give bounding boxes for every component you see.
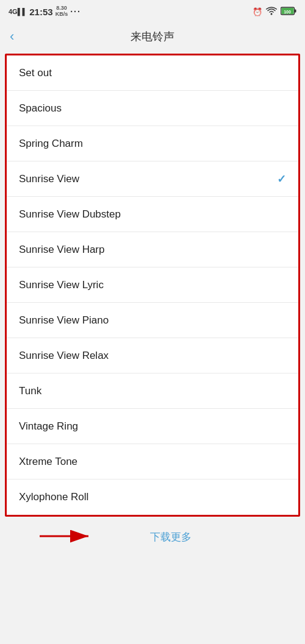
download-more-button[interactable]: 下载更多	[150, 530, 192, 544]
ringtone-name: Sunrise View Relax	[19, 350, 109, 362]
ringtone-item[interactable]: Vintage Ring	[7, 409, 298, 444]
ringtone-item[interactable]: Xtreme Tone	[7, 444, 298, 479]
status-time: 21:53	[29, 7, 52, 17]
ringtone-name: Sunrise View Harp	[19, 244, 104, 256]
ringtone-name: Xylophone Roll	[19, 491, 88, 503]
ringtone-name: Tunk	[19, 385, 41, 397]
ringtone-item[interactable]: Sunrise View Relax	[7, 338, 298, 373]
ringtone-name: Xtreme Tone	[19, 456, 77, 468]
status-dots: ···	[70, 7, 81, 16]
ringtone-item[interactable]: Sunrise View Piano	[7, 303, 298, 338]
footer: 下载更多	[0, 519, 305, 555]
status-bar: 4G▌▌ 21:53 8.30KB/s ··· ⏰ 100	[0, 0, 305, 22]
svg-point-0	[271, 13, 273, 15]
signal-icon: 4G▌▌	[9, 8, 27, 15]
ringtone-name: Spacious	[19, 102, 62, 115]
ringtone-item[interactable]: Set out	[7, 55, 298, 91]
wifi-icon	[266, 7, 277, 17]
status-left: 4G▌▌ 21:53 8.30KB/s ···	[9, 5, 81, 18]
ringtone-name: Vintage Ring	[19, 420, 78, 433]
page-title: 来电铃声	[131, 29, 174, 44]
ringtone-item[interactable]: Sunrise View✓	[7, 161, 298, 197]
ringtone-item[interactable]: Sunrise View Lyric	[7, 267, 298, 303]
ringtone-list-container: Set outSpaciousSpring CharmSunrise View✓…	[5, 54, 300, 517]
ringtone-item[interactable]: Sunrise View Dubstep	[7, 197, 298, 232]
ringtone-item[interactable]: Spacious	[7, 91, 298, 126]
ringtone-name: Set out	[19, 67, 52, 79]
ringtone-name: Sunrise View Dubstep	[19, 208, 121, 221]
arrow-icon	[37, 525, 98, 547]
ringtone-item[interactable]: Sunrise View Harp	[7, 232, 298, 267]
ringtone-name: Spring Charm	[19, 138, 83, 150]
ringtone-name: Sunrise View Lyric	[19, 279, 104, 291]
svg-rect-3	[295, 9, 296, 12]
ringtone-item[interactable]: Tunk	[7, 373, 298, 409]
ringtone-name: Sunrise View Piano	[19, 314, 109, 327]
svg-text:100: 100	[284, 9, 291, 13]
arrow-container	[37, 525, 98, 550]
alarm-icon: ⏰	[253, 7, 262, 16]
ringtone-item[interactable]: Spring Charm	[7, 126, 298, 161]
status-right: ⏰ 100	[253, 7, 296, 17]
ringtone-name: Sunrise View	[19, 173, 79, 185]
selected-check-icon: ✓	[277, 172, 286, 186]
ringtone-item[interactable]: Xylophone Roll	[7, 479, 298, 515]
data-speed: 8.30KB/s	[56, 5, 68, 18]
back-button[interactable]: ‹	[10, 29, 14, 44]
header: ‹ 来电铃声	[0, 22, 305, 51]
battery-icon: 100	[281, 7, 296, 17]
